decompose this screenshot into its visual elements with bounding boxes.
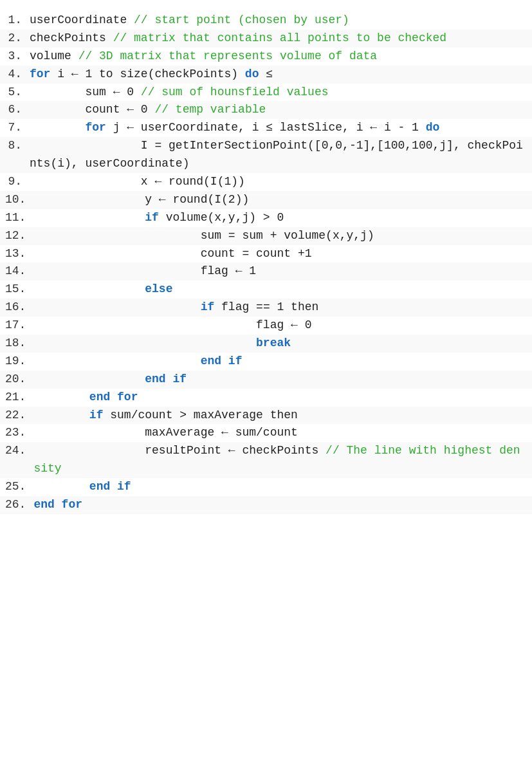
line-content: volume // 3D matrix that represents volu… [30,48,527,66]
code-line: 26.end for [0,496,532,514]
line-content: checkPoints // matrix that contains all … [30,30,527,48]
line-number: 23. [5,424,33,442]
line-content: if sum/count > maxAverage then [33,407,527,425]
code-line: 24. resultPoint ← checkPoints // The lin… [0,442,532,478]
line-content: x ← round(I(1)) [30,173,527,191]
line-number: 19. [5,353,33,371]
line-content: maxAverage ← sum/count [33,424,527,442]
line-content: count = count +1 [33,245,527,263]
line-content: count ← 0 // temp variable [30,101,527,119]
line-number: 3. [5,48,30,66]
code-line: 12. sum = sum + volume(x,y,j) [0,227,532,245]
code-line: 18. break [0,335,532,353]
code-line: 3.volume // 3D matrix that represents vo… [0,48,532,66]
line-content: userCoordinate // start point (chosen by… [30,12,527,30]
code-segment [33,355,200,367]
line-content: else [33,281,527,299]
code-line: 13. count = count +1 [0,245,532,263]
code-segment: I = getInterSectionPoint([0,0,-1],[100,1… [30,139,523,170]
line-number: 20. [5,371,33,389]
code-line: 20. end if [0,371,532,389]
code-segment: end for [33,498,82,511]
line-number: 8. [5,137,30,155]
code-segment [33,211,145,224]
code-segment: checkPoints [30,32,113,44]
code-segment: if [89,409,104,421]
line-number: 5. [5,84,30,102]
code-segment [33,337,256,349]
line-content: sum = sum + volume(x,y,j) [33,227,527,245]
code-segment: sum ← 0 [30,86,141,98]
code-line: 19. end if [0,353,532,371]
code-line: 16. if flag == 1 then [0,299,532,317]
code-segment [33,373,145,385]
line-number: 22. [5,407,33,425]
line-number: 12. [5,227,33,245]
line-number: 14. [5,263,33,281]
line-number: 10. [5,191,33,209]
code-line: 10. y ← round(I(2)) [0,191,532,209]
code-segment: end if [145,373,187,385]
code-segment: // temp variable [154,103,266,116]
code-line: 8. I = getInterSectionPoint([0,0,-1],[10… [0,137,532,173]
code-line: 22. if sum/count > maxAverage then [0,407,532,425]
code-line: 15. else [0,281,532,299]
code-segment: flag ← 0 [33,319,311,331]
code-segment [33,391,89,403]
line-number: 13. [5,245,33,263]
line-content: flag ← 1 [33,263,527,281]
code-segment: volume(x,y,j) > 0 [159,211,284,224]
code-line: 23. maxAverage ← sum/count [0,424,532,442]
code-line: 25. end if [0,478,532,496]
line-number: 7. [5,119,30,137]
line-number: 16. [5,299,33,317]
line-content: for j ← userCoordinate, i ≤ lastSlice, i… [30,119,527,137]
line-content: sum ← 0 // sum of hounsfield values [30,84,527,102]
code-segment: // 3D matrix that represents volume of d… [78,50,377,62]
line-content: end if [33,353,527,371]
code-line: 1.userCoordinate // start point (chosen … [0,12,532,30]
line-number: 9. [5,173,30,191]
code-segment: if [145,211,159,224]
code-segment [33,300,200,313]
code-segment: for [85,121,105,134]
line-number: 25. [5,478,33,496]
code-segment: sum = sum + volume(x,y,j) [33,229,374,242]
line-content: for i ← 1 to size(checkPoints) do ≤ [30,66,527,84]
line-content: end for [33,389,527,407]
code-segment: x ← round(I(1)) [30,175,245,188]
code-segment: count ← 0 [30,103,154,116]
line-number: 24. [5,442,33,460]
code-segment: break [256,337,291,349]
code-segment [33,480,89,493]
line-number: 18. [5,335,33,353]
code-segment: flag ← 1 [33,264,256,277]
line-content: break [33,335,527,353]
code-segment: i ← 1 to size(checkPoints) [50,68,244,80]
code-line: 2.checkPoints // matrix that contains al… [0,30,532,48]
code-segment: j ← userCoordinate, i ≤ lastSlice, i ← i… [106,121,426,134]
line-number: 26. [5,496,33,514]
line-number: 21. [5,389,33,407]
code-line: 4.for i ← 1 to size(checkPoints) do ≤ [0,66,532,84]
code-segment: flag == 1 then [214,300,318,313]
line-number: 6. [5,101,30,119]
line-content: I = getInterSectionPoint([0,0,-1],[100,1… [30,137,527,173]
code-segment: maxAverage ← sum/count [33,426,297,439]
line-content: end if [33,371,527,389]
code-line: 7. for j ← userCoordinate, i ≤ lastSlice… [0,119,532,137]
code-segment: for [30,68,50,80]
code-segment: sum/count > maxAverage then [103,409,297,421]
code-line: 17. flag ← 0 [0,317,532,335]
line-number: 11. [5,209,33,227]
line-content: flag ← 0 [33,317,527,335]
code-segment: // sum of hounsfield values [141,86,329,98]
code-block: 1.userCoordinate // start point (chosen … [0,6,532,519]
code-segment: do [245,68,259,80]
code-segment [33,282,145,295]
line-number: 17. [5,317,33,335]
line-content: if flag == 1 then [33,299,527,317]
code-segment [33,409,89,421]
code-segment: end if [89,480,131,493]
code-segment: do [426,121,440,134]
